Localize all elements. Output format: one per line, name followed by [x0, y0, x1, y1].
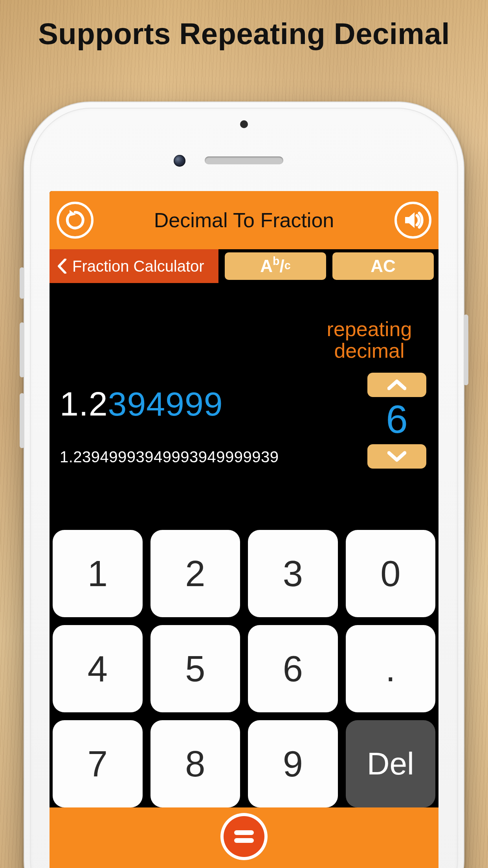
sound-button[interactable]: [394, 202, 431, 239]
key-1[interactable]: 1: [53, 530, 143, 617]
mixed-fraction-button[interactable]: Ab/c: [225, 252, 326, 280]
key-5[interactable]: 5: [150, 625, 240, 712]
mixed-fraction-b: b: [273, 255, 279, 268]
key-8[interactable]: 8: [150, 720, 240, 807]
speaker-icon: [401, 208, 425, 232]
key-0[interactable]: 0: [346, 530, 436, 617]
phone-device-frame: Decimal To Fraction Fraction Calculator …: [24, 101, 464, 868]
repeat-count-value: 6: [386, 399, 408, 443]
phone-earpiece-speaker: [205, 156, 283, 164]
input-number: 1.2394999: [60, 384, 223, 423]
mixed-fraction-c: c: [284, 259, 291, 272]
key-delete[interactable]: Del: [346, 720, 436, 807]
promo-headline: Supports Repeating Decimal: [0, 17, 488, 51]
key-6[interactable]: 6: [248, 625, 338, 712]
all-clear-label: AC: [371, 256, 396, 276]
repeating-decimal-label: repeating decimal: [310, 318, 428, 361]
phone-proximity-sensor: [240, 120, 248, 128]
keypad: 1 2 3 0 4 5 6 . 7 8 9 Del: [50, 527, 438, 807]
phone-screen: Decimal To Fraction Fraction Calculator …: [50, 191, 438, 868]
phone-mute-switch: [20, 267, 24, 299]
back-button[interactable]: Fraction Calculator: [50, 249, 218, 283]
app-title: Decimal To Fraction: [154, 208, 334, 232]
repeat-count-spinner: 6: [365, 373, 428, 469]
app-header: Decimal To Fraction: [50, 191, 438, 249]
input-prefix: 1.2: [60, 385, 108, 423]
toolbar-row: Fraction Calculator Ab/c AC: [50, 249, 438, 283]
back-button-label: Fraction Calculator: [72, 257, 204, 275]
key-4[interactable]: 4: [53, 625, 143, 712]
equals-button[interactable]: [220, 813, 268, 860]
repeat-count-up-button[interactable]: [367, 373, 426, 397]
equals-icon: [234, 830, 254, 843]
refresh-button[interactable]: [57, 202, 94, 239]
chevron-up-icon: [387, 379, 406, 391]
refresh-icon: [63, 208, 87, 232]
phone-volume-up: [20, 322, 24, 377]
chevron-down-icon: [387, 451, 406, 462]
phone-volume-down: [20, 393, 24, 448]
key-2[interactable]: 2: [150, 530, 240, 617]
chevron-left-icon: [57, 259, 67, 274]
display-area: repeating decimal 1.2394999 1.2394999394…: [50, 283, 438, 527]
phone-power-button: [464, 314, 468, 385]
phone-front-camera: [174, 155, 185, 167]
all-clear-button[interactable]: AC: [332, 252, 434, 280]
repeat-count-down-button[interactable]: [367, 444, 426, 469]
key-9[interactable]: 9: [248, 720, 338, 807]
input-highlight: 394999: [108, 385, 223, 423]
mixed-fraction-a: A: [260, 256, 273, 276]
expanded-number: 1.23949993949993949999939: [60, 448, 279, 466]
key-decimal[interactable]: .: [346, 625, 436, 712]
key-3[interactable]: 3: [248, 530, 338, 617]
bottom-bar: [50, 807, 438, 868]
key-7[interactable]: 7: [53, 720, 143, 807]
